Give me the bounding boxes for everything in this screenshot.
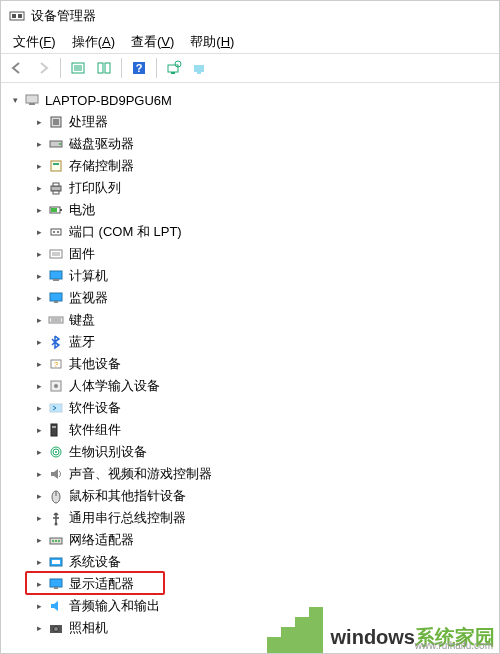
back-button[interactable] — [5, 56, 29, 80]
tree-item[interactable]: 网络适配器 — [5, 529, 495, 551]
tree-item-label: 鼠标和其他指针设备 — [69, 487, 186, 505]
scan-hardware-button[interactable] — [162, 56, 186, 80]
sound-icon — [47, 466, 65, 482]
svg-rect-27 — [60, 209, 62, 211]
forward-button[interactable] — [31, 56, 55, 80]
menu-action[interactable]: 操作(A) — [64, 31, 123, 53]
svg-rect-60 — [50, 579, 62, 587]
tree-item-label: 磁盘驱动器 — [69, 135, 134, 153]
tree-item-label: 生物识别设备 — [69, 443, 147, 461]
expander-icon[interactable] — [33, 512, 45, 524]
menubar: 文件(F) 操作(A) 查看(V) 帮助(H) — [1, 31, 499, 53]
svg-rect-33 — [52, 252, 60, 256]
expander-icon[interactable] — [33, 160, 45, 172]
svg-rect-2 — [18, 14, 22, 18]
tree-item[interactable]: 打印队列 — [5, 177, 495, 199]
biometric-icon — [47, 444, 65, 460]
menu-view[interactable]: 查看(V) — [123, 31, 182, 53]
tree-root[interactable]: LAPTOP-BD9PGU6M — [5, 89, 495, 111]
expander-icon[interactable] — [33, 116, 45, 128]
tree-item[interactable]: 显示适配器 — [5, 573, 495, 595]
expander-icon[interactable] — [33, 204, 45, 216]
tree-item[interactable]: 软件组件 — [5, 419, 495, 441]
expander-icon[interactable] — [33, 622, 45, 634]
port-icon — [47, 224, 65, 240]
expander-icon[interactable] — [33, 226, 45, 238]
svg-point-44 — [54, 384, 58, 388]
expander-icon[interactable] — [33, 138, 45, 150]
svg-rect-8 — [105, 63, 110, 73]
tree-item[interactable]: 音频输入和输出 — [5, 595, 495, 617]
show-hidden-button[interactable] — [188, 56, 212, 80]
tree-item-label: 网络适配器 — [69, 531, 134, 549]
svg-rect-38 — [49, 317, 63, 323]
tree-item[interactable]: 电池 — [5, 199, 495, 221]
tree-item[interactable]: 存储控制器 — [5, 155, 495, 177]
toolbar-separator — [60, 58, 61, 78]
tree-item[interactable]: 软件设备 — [5, 397, 495, 419]
svg-rect-17 — [29, 103, 35, 105]
toolbar: ? — [1, 53, 499, 83]
svg-rect-46 — [51, 424, 57, 436]
tree-item-label: 软件组件 — [69, 421, 121, 439]
expander-icon[interactable] — [33, 446, 45, 458]
tree-item-label: 系统设备 — [69, 553, 121, 571]
tree-item[interactable]: 计算机 — [5, 265, 495, 287]
svg-rect-47 — [52, 426, 56, 428]
svg-rect-14 — [194, 65, 204, 72]
expander-icon[interactable] — [33, 490, 45, 502]
window-title: 设备管理器 — [31, 7, 96, 25]
help-button[interactable]: ? — [127, 56, 151, 80]
tree-item[interactable]: 鼠标和其他指针设备 — [5, 485, 495, 507]
expander-icon[interactable] — [33, 600, 45, 612]
tree-item[interactable]: 生物识别设备 — [5, 441, 495, 463]
toolbar-separator — [121, 58, 122, 78]
svg-rect-61 — [54, 587, 58, 589]
device-tree[interactable]: LAPTOP-BD9PGU6M 处理器磁盘驱动器存储控制器打印队列电池端口 (C… — [1, 83, 499, 653]
usb-icon — [47, 510, 65, 526]
svg-point-50 — [55, 451, 57, 453]
tree-item-label: 人体学输入设备 — [69, 377, 160, 395]
toolbar-separator — [156, 58, 157, 78]
tree-item[interactable]: 系统设备 — [5, 551, 495, 573]
tree-item-label: 照相机 — [69, 619, 108, 637]
expander-icon[interactable] — [33, 336, 45, 348]
expander-icon[interactable] — [33, 424, 45, 436]
device-manager-icon — [9, 8, 25, 24]
view-list-button[interactable] — [92, 56, 116, 80]
tree-item[interactable]: 固件 — [5, 243, 495, 265]
tree-item[interactable]: 键盘 — [5, 309, 495, 331]
expander-icon[interactable] — [33, 314, 45, 326]
svg-rect-25 — [53, 191, 59, 194]
expander-icon[interactable] — [33, 534, 45, 546]
tree-item[interactable]: 处理器 — [5, 111, 495, 133]
tree-item[interactable]: 蓝牙 — [5, 331, 495, 353]
expander-icon[interactable] — [33, 292, 45, 304]
hid-icon — [47, 378, 65, 394]
expander-icon[interactable] — [33, 556, 45, 568]
tree-item[interactable]: 声音、视频和游戏控制器 — [5, 463, 495, 485]
expander-icon[interactable] — [33, 468, 45, 480]
svg-rect-7 — [98, 63, 103, 73]
expander-icon[interactable] — [33, 248, 45, 260]
svg-rect-24 — [53, 183, 59, 186]
menu-file[interactable]: 文件(F) — [5, 31, 64, 53]
expander-icon[interactable] — [33, 402, 45, 414]
tree-item[interactable]: 通用串行总线控制器 — [5, 507, 495, 529]
tree-item[interactable]: 人体学输入设备 — [5, 375, 495, 397]
expander-icon[interactable] — [33, 380, 45, 392]
tree-item[interactable]: 磁盘驱动器 — [5, 133, 495, 155]
expander-icon[interactable] — [33, 358, 45, 370]
expander-icon[interactable] — [33, 578, 45, 590]
tree-item[interactable]: 照相机 — [5, 617, 495, 639]
expander-icon[interactable] — [33, 182, 45, 194]
menu-help[interactable]: 帮助(H) — [182, 31, 242, 53]
network-icon — [47, 532, 65, 548]
svg-text:?: ? — [54, 360, 59, 369]
tree-item[interactable]: 监视器 — [5, 287, 495, 309]
expander-icon[interactable] — [9, 94, 21, 106]
tree-item[interactable]: 端口 (COM 和 LPT) — [5, 221, 495, 243]
view-details-button[interactable] — [66, 56, 90, 80]
expander-icon[interactable] — [33, 270, 45, 282]
tree-item[interactable]: ?其他设备 — [5, 353, 495, 375]
